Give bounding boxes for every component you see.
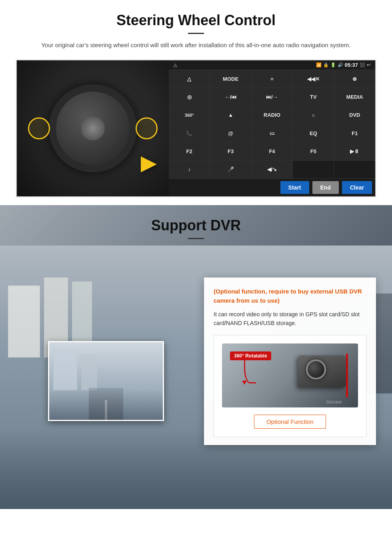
btn-mirror[interactable]: ▭ (252, 124, 292, 142)
panel-button-grid: △ MODE ≡ ◀◀✕ ⊕ ◎ ←/⏮ ⏭/→ TV MEDIA 360° ▲… (169, 70, 375, 178)
clear-button[interactable]: Clear (342, 181, 372, 194)
lock-icon: 🔒 (323, 62, 329, 68)
dvr-info-box: (Optional function, require to buy exter… (204, 277, 376, 445)
btn-mute[interactable]: ◀◀✕ (293, 70, 334, 88)
optional-function-button[interactable]: Optional Function (254, 415, 326, 429)
wheel-background (17, 60, 169, 196)
dvr-description: It can record video only to storage in G… (214, 310, 366, 328)
btn-apps[interactable]: ⊕ (334, 70, 375, 88)
bluetooth-icon: 🔊 (338, 62, 343, 68)
status-icons-left: △ (174, 62, 177, 68)
control-panel: △ 📶 🔒 🔋 🔊 05:37 ⬛ ↩ △ MODE ≡ ◀◀✕ (169, 60, 375, 196)
btn-360[interactable]: 360° (169, 106, 210, 124)
status-time: 05:37 (345, 62, 358, 68)
camera-red-stripe (346, 353, 348, 397)
wheel-outer-ring (49, 84, 137, 172)
dvr-camera-box: 360° Rotatable Seicane Optional Function (214, 335, 366, 437)
btn-browser[interactable]: @ (210, 124, 251, 142)
window-icon: ⬛ (360, 62, 365, 68)
status-icons-right: 📶 🔒 🔋 🔊 05:37 ⬛ ↩ (316, 62, 370, 68)
btn-mic[interactable]: 🎤 (210, 161, 251, 178)
btn-dvd[interactable]: DVD (334, 106, 375, 124)
panel-bottom-row: Start End Clear (169, 178, 375, 196)
steering-wheel-image (17, 60, 169, 196)
btn-home[interactable]: △ (169, 70, 210, 88)
highlight-circle-right (136, 118, 158, 140)
btn-vol[interactable]: ◀/↘ (252, 161, 292, 178)
start-button[interactable]: Start (280, 181, 309, 194)
steering-title: Steering Wheel Control (16, 12, 376, 29)
watermark-label: Seicane (326, 399, 342, 404)
status-bar: △ 📶 🔒 🔋 🔊 05:37 ⬛ ↩ (169, 60, 375, 70)
dvr-thumbnail (48, 341, 164, 421)
dvr-divider (188, 238, 204, 239)
steering-section: Steering Wheel Control Your original car… (0, 0, 392, 205)
btn-playpause[interactable]: ▶⏸ (334, 142, 375, 160)
btn-radio[interactable]: RADIO (252, 106, 292, 124)
btn-next[interactable]: ⏭/→ (252, 88, 292, 106)
btn-f4[interactable]: F4 (252, 142, 292, 160)
steering-divider (188, 33, 204, 34)
btn-f3[interactable]: F3 (210, 142, 251, 160)
wheel-center (81, 116, 105, 140)
dvr-camera-visual: 360° Rotatable Seicane (222, 343, 358, 407)
btn-brightness[interactable]: ☼ (293, 106, 334, 124)
empty-cell-1 (293, 161, 334, 178)
btn-call[interactable]: 📞 (169, 124, 210, 142)
dvr-section: Support DVR (0, 205, 392, 509)
arrow-pointer (141, 156, 157, 172)
btn-mode[interactable]: MODE (210, 70, 251, 88)
dvr-optional-text: (Optional function, require to buy exter… (214, 287, 366, 305)
btn-f1[interactable]: F1 (334, 124, 375, 142)
btn-prev[interactable]: ←/⏮ (210, 88, 251, 106)
dvr-header: Support DVR (0, 205, 392, 246)
camera-body (298, 355, 346, 387)
dvr-background: Support DVR (0, 205, 392, 509)
btn-eq[interactable]: EQ (293, 124, 334, 142)
steering-description: Your original car's steering wheel contr… (32, 40, 360, 50)
back-icon: ↩ (367, 62, 370, 68)
camera-lens (306, 359, 326, 379)
btn-menu[interactable]: ≡ (252, 70, 292, 88)
btn-f2[interactable]: F2 (169, 142, 210, 160)
home-icon: △ (174, 62, 177, 68)
btn-music[interactable]: ♪ (169, 161, 210, 178)
btn-media[interactable]: MEDIA (334, 88, 375, 106)
btn-f5[interactable]: F5 (293, 142, 334, 160)
battery-icon: 🔋 (330, 62, 336, 68)
dvr-images-area: (Optional function, require to buy exter… (0, 246, 392, 509)
dvr-title: Support DVR (0, 217, 392, 234)
highlight-circle-left (28, 118, 50, 140)
wifi-icon: 📶 (316, 62, 322, 68)
btn-tv[interactable]: TV (293, 88, 334, 106)
steering-content-area: △ 📶 🔒 🔋 🔊 05:37 ⬛ ↩ △ MODE ≡ ◀◀✕ (16, 60, 376, 197)
dvr-thumbnail-road (49, 342, 163, 420)
btn-eject[interactable]: ▲ (210, 106, 251, 124)
rotation-arrow-icon (244, 351, 256, 383)
empty-cell-2 (334, 161, 375, 178)
btn-settings[interactable]: ◎ (169, 88, 210, 106)
end-button[interactable]: End (312, 181, 339, 194)
